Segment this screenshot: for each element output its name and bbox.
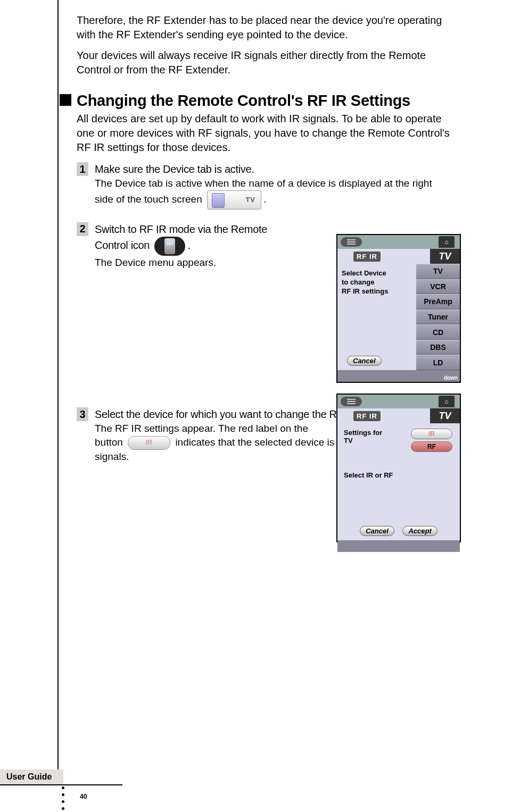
- svg-rect-1: [347, 241, 356, 242]
- rf-ir-tag: RF IR: [353, 411, 381, 421]
- device-item-tv[interactable]: TV: [416, 264, 460, 279]
- rf-option-button[interactable]: RF: [411, 441, 452, 452]
- device-item-dbs[interactable]: DBS: [416, 340, 460, 355]
- rf-ir-tag: RF IR: [353, 252, 381, 262]
- device-list: TV VCR PreAmp Tuner CD DBS LD: [416, 264, 460, 370]
- step-1-lead: Make sure the Device tab is active.: [95, 162, 460, 177]
- svg-rect-0: [347, 239, 356, 240]
- step-2-number: 2: [77, 222, 88, 236]
- footer-rule: [0, 784, 122, 785]
- left-rule: [57, 0, 59, 782]
- select-ir-rf-label: Select IR or RF: [344, 471, 453, 479]
- device-item-preamp[interactable]: PreAmp: [416, 294, 460, 309]
- section-heading: Changing the Remote Control's RF IR Sett…: [77, 92, 460, 110]
- step-1-sub-c: .: [263, 194, 266, 205]
- device-item-tuner[interactable]: Tuner: [416, 309, 460, 325]
- section-marker: [60, 94, 71, 106]
- step-3-number: 3: [77, 407, 88, 421]
- tv-tab[interactable]: TV: [430, 249, 460, 264]
- step-3-sub-b: button: [95, 437, 123, 448]
- tv-tab[interactable]: TV: [430, 408, 460, 423]
- remote-control-icon: [154, 237, 185, 256]
- section-intro: All devices are set up by default to wor…: [77, 112, 460, 155]
- footer: User Guide 40: [0, 769, 128, 785]
- device-tab-icon: [207, 190, 261, 210]
- accept-button[interactable]: Accept: [402, 526, 437, 536]
- step-2-lead-b: Control icon: [95, 239, 150, 251]
- svg-rect-5: [347, 403, 356, 404]
- home-icon[interactable]: ⌂: [439, 236, 455, 248]
- intro-p2: Your devices will always receive IR sign…: [77, 48, 460, 77]
- step-1-sub: The Device tab is active when the name o…: [95, 177, 460, 210]
- device-item-ld[interactable]: LD: [416, 355, 460, 370]
- step-1-number: 1: [77, 162, 88, 176]
- svg-rect-3: [347, 399, 356, 400]
- step-2-lead-a: Switch to RF IR mode via the Remote: [95, 223, 267, 235]
- fig1-prompt-l2: to change: [342, 278, 412, 286]
- intro-p1: Therefore, the RF Extender has to be pla…: [77, 13, 460, 42]
- svg-rect-2: [347, 244, 356, 245]
- step-2-lead-c: .: [187, 239, 190, 251]
- fig1-prompt-l3: RF IR settings: [342, 287, 412, 295]
- fig1-prompt: Select Device to change RF IR settings: [337, 264, 416, 370]
- menu-icon[interactable]: [341, 397, 362, 406]
- device-item-vcr[interactable]: VCR: [416, 279, 460, 295]
- cancel-button[interactable]: Cancel: [347, 356, 382, 366]
- step-1-sub-a: The Device tab is active when the name o…: [95, 178, 432, 189]
- step-1-sub-b: side of the touch screen: [95, 194, 202, 205]
- home-icon[interactable]: ⌂: [439, 396, 455, 407]
- user-guide-label: User Guide: [0, 769, 63, 784]
- ir-option-button[interactable]: IR: [411, 429, 452, 439]
- cancel-button[interactable]: Cancel: [360, 526, 394, 536]
- down-label[interactable]: down: [444, 375, 458, 381]
- menu-icon[interactable]: [341, 237, 362, 247]
- settings-device-name: TV: [344, 437, 353, 445]
- fig1-prompt-l1: Select Device: [342, 269, 412, 277]
- footer-dots: [62, 786, 64, 810]
- step-1: 1 Make sure the Device tab is active. Th…: [77, 162, 460, 210]
- ir-button-icon: [128, 436, 170, 450]
- figure-rf-ir-settings: ⌂ RF IR TV Settings for TV IR RF Select …: [336, 394, 461, 542]
- svg-rect-4: [347, 401, 356, 402]
- step-3-sub-a: The RF IR settings appear. The red label…: [95, 423, 308, 434]
- device-item-cd[interactable]: CD: [416, 324, 460, 340]
- page-number: 40: [80, 793, 87, 800]
- settings-for-text: Settings for: [344, 429, 382, 437]
- figure-device-menu: ⌂ RF IR TV Select Device to change RF IR…: [336, 234, 461, 383]
